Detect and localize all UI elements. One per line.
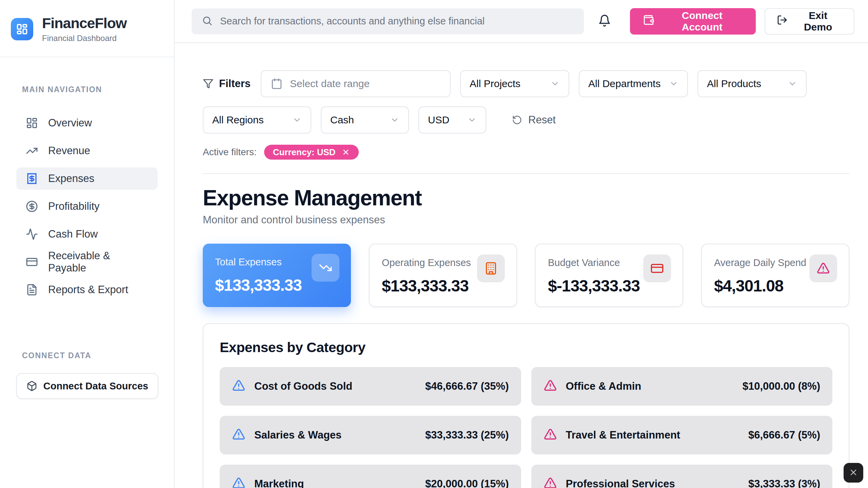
- exit-demo-button[interactable]: Exit Demo: [765, 8, 854, 35]
- category-value: $10,000.00 (8%): [743, 380, 820, 392]
- toast-close-button[interactable]: [844, 463, 863, 483]
- projects-select[interactable]: All Projects: [460, 70, 569, 97]
- search-bar[interactable]: [192, 8, 584, 34]
- funnel-icon: [203, 78, 214, 89]
- file-text-icon: [26, 284, 38, 296]
- category-row-salaries-wages[interactable]: Salaries & Wages $33,333.33 (25%): [220, 416, 521, 454]
- category-name: Travel & Entertainment: [566, 429, 740, 441]
- sidebar-item-revenue[interactable]: Revenue: [16, 140, 158, 162]
- chevron-down-icon: [669, 79, 678, 88]
- rotate-ccw-icon: [512, 115, 522, 125]
- filters-row-2: All Regions Cash USD Reset: [203, 106, 849, 134]
- projects-select-value: All Projects: [470, 78, 520, 89]
- category-section-title: Expenses by Category: [220, 340, 832, 355]
- brand-text: FinanceFlow Financial Dashboard: [42, 15, 126, 43]
- sidebar-item-profitability[interactable]: Profitability: [16, 195, 158, 218]
- brand-subtitle: Financial Dashboard: [42, 34, 126, 43]
- app-logo-icon: [11, 18, 33, 40]
- currency-select-value: USD: [428, 114, 449, 126]
- stat-card-budget-variance[interactable]: Budget Variance $-133,333.33: [535, 244, 683, 307]
- currency-filter-chip-label: Currency: USD: [273, 147, 336, 158]
- connect-account-button[interactable]: Connect Account: [630, 8, 756, 35]
- date-range-input[interactable]: [290, 78, 440, 89]
- stat-cards-row: Total Expenses $133,333.33 Operating Exp…: [203, 244, 849, 307]
- sidebar-item-reports-export[interactable]: Reports & Export: [16, 279, 158, 301]
- regions-select-value: All Regions: [212, 114, 264, 126]
- connect-data-sources-button[interactable]: Connect Data Sources: [16, 373, 158, 399]
- app-root: FinanceFlow Financial Dashboard MAIN NAV…: [0, 0, 868, 488]
- topbar: Connect Account Exit Demo: [175, 0, 868, 43]
- sidebar: FinanceFlow Financial Dashboard MAIN NAV…: [0, 0, 175, 488]
- date-range-picker[interactable]: [261, 70, 451, 97]
- alert-triangle-icon: [232, 428, 245, 443]
- category-value: $20,000.00 (15%): [425, 478, 509, 488]
- active-filters-row: Active filters: Currency: USD: [203, 145, 849, 160]
- payment-method-select[interactable]: Cash: [321, 106, 409, 134]
- sidebar-item-receivable-payable[interactable]: Receivable & Payable: [16, 251, 158, 273]
- active-filters-label: Active filters:: [203, 147, 257, 158]
- alert-triangle-icon: [544, 476, 557, 488]
- regions-select[interactable]: All Regions: [203, 106, 311, 134]
- trending-up-icon: [26, 145, 38, 157]
- main-area: Connect Account Exit Demo Filters All: [175, 0, 868, 488]
- sidebar-item-label: Cash Flow: [48, 228, 98, 240]
- circle-dollar-icon: [26, 200, 38, 212]
- stat-card-operating-expenses[interactable]: Operating Expenses $133,333.33: [369, 244, 517, 307]
- brand: FinanceFlow Financial Dashboard: [0, 0, 174, 57]
- search-input[interactable]: [220, 16, 574, 27]
- main-navigation: MAIN NAVIGATION Overview Revenue Expense…: [0, 57, 174, 301]
- category-value: $3,333.33 (3%): [748, 478, 820, 488]
- reset-label: Reset: [528, 114, 556, 126]
- sidebar-item-overview[interactable]: Overview: [16, 112, 158, 134]
- category-grid: Cost of Goods Sold $46,666.67 (35%) Offi…: [220, 367, 832, 488]
- wallet-icon: [643, 14, 654, 28]
- bell-icon: [598, 14, 611, 28]
- search-icon: [202, 15, 213, 27]
- payment-method-select-value: Cash: [330, 114, 354, 126]
- category-row-professional-services[interactable]: Professional Services $3,333.33 (3%): [531, 465, 833, 488]
- connect-data-label: CONNECT DATA: [0, 351, 174, 360]
- close-icon[interactable]: [342, 148, 350, 156]
- brand-name: FinanceFlow: [42, 15, 126, 32]
- alert-triangle-icon: [809, 255, 837, 282]
- sidebar-item-expenses[interactable]: Expenses: [16, 167, 158, 190]
- stat-card-total-expenses[interactable]: Total Expenses $133,333.33: [203, 244, 351, 307]
- sidebar-item-label: Receivable & Payable: [48, 250, 148, 274]
- category-row-travel-entertainment[interactable]: Travel & Entertainment $6,666.67 (5%): [531, 416, 833, 454]
- departments-select-value: All Departments: [588, 78, 660, 89]
- reset-filters-button[interactable]: Reset: [512, 114, 556, 126]
- calendar-icon: [271, 78, 282, 89]
- products-select-value: All Products: [707, 78, 761, 89]
- layout-dashboard-icon: [26, 117, 38, 129]
- category-row-cost-of-goods-sold[interactable]: Cost of Goods Sold $46,666.67 (35%): [220, 367, 521, 406]
- stat-card-average-daily-spend[interactable]: Average Daily Spend $4,301.08: [701, 244, 849, 307]
- chevron-down-icon: [390, 115, 399, 125]
- products-select[interactable]: All Products: [697, 70, 807, 97]
- connect-data-sources-label: Connect Data Sources: [43, 381, 148, 392]
- alert-triangle-icon: [232, 379, 245, 394]
- category-name: Professional Services: [566, 478, 740, 488]
- chevron-down-icon: [292, 115, 302, 125]
- notifications-button[interactable]: [598, 14, 611, 28]
- category-name: Marketing: [254, 478, 416, 488]
- alert-triangle-icon: [544, 428, 557, 443]
- nav-section-label: MAIN NAVIGATION: [0, 85, 174, 94]
- chevron-down-icon: [467, 115, 477, 125]
- departments-select[interactable]: All Departments: [579, 70, 688, 97]
- expenses-by-category-card: Expenses by Category Cost of Goods Sold …: [203, 323, 849, 488]
- category-name: Salaries & Wages: [254, 429, 416, 441]
- filters-label: Filters: [219, 78, 251, 90]
- category-row-marketing[interactable]: Marketing $20,000.00 (15%): [220, 465, 521, 488]
- sidebar-item-cash-flow[interactable]: Cash Flow: [16, 223, 158, 245]
- category-name: Office & Admin: [566, 380, 734, 392]
- currency-select[interactable]: USD: [418, 106, 486, 134]
- close-icon: [849, 468, 858, 478]
- log-out-icon: [777, 15, 788, 28]
- chevron-down-icon: [788, 79, 797, 88]
- exit-demo-label: Exit Demo: [794, 10, 842, 33]
- building-icon: [477, 255, 505, 282]
- category-row-office-admin[interactable]: Office & Admin $10,000.00 (8%): [531, 367, 833, 406]
- trending-down-icon: [312, 254, 339, 282]
- receipt-icon: [26, 172, 38, 185]
- currency-filter-chip[interactable]: Currency: USD: [264, 145, 359, 160]
